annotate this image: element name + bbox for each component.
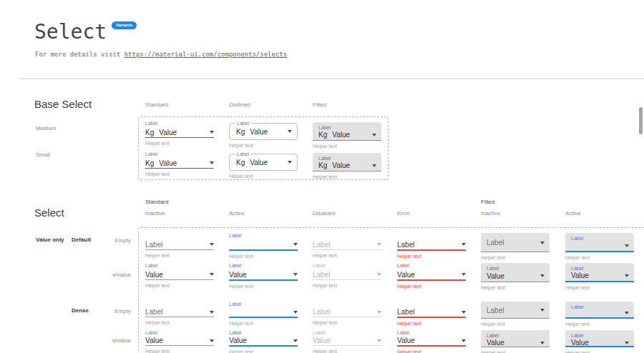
helper-text: Helper text <box>313 144 381 149</box>
dropdown-arrow-icon[interactable] <box>625 274 629 277</box>
helper-text: Helper text <box>313 174 381 179</box>
select-value: Value <box>250 128 268 136</box>
base-select-cell-base-filled-small: LabelKgValueHelper text <box>313 153 381 179</box>
dropdown-arrow-icon[interactable] <box>293 311 298 314</box>
select-field-standard-inactive-dense-wvalue[interactable]: Value <box>145 336 214 345</box>
select-underline <box>397 317 466 318</box>
dropdown-arrow-icon[interactable] <box>377 273 381 276</box>
dropdown-arrow-icon[interactable] <box>462 339 466 342</box>
base-select-cell-base-outlined-small: LabelKgValueHelper text <box>229 154 298 179</box>
select-field-standard-disabled-default-empty[interactable]: Label <box>313 239 381 249</box>
select-cell-filled-active-default-empty: LabelHelper text <box>565 233 634 260</box>
dropdown-arrow-icon[interactable] <box>625 312 629 314</box>
dropdown-arrow-icon[interactable] <box>293 273 298 276</box>
select-field-filled-inactive-dense-empty[interactable]: Label <box>481 302 550 319</box>
select-field-filled-inactive-dense-wvalue[interactable]: LabelValue <box>481 330 550 347</box>
helper-text: Helper text <box>313 253 381 258</box>
select-field-standard-active-dense-wvalue[interactable]: Value <box>229 336 298 345</box>
select-field-standard-error-dense-empty[interactable]: Label <box>397 307 466 317</box>
row-header-medium: Medium <box>36 125 56 131</box>
dropdown-arrow-icon[interactable] <box>625 244 629 247</box>
select-value: Value <box>487 339 504 347</box>
select-field-standard-disabled-dense-empty[interactable]: Label <box>313 307 381 317</box>
state-header-disabled: Disabled <box>313 210 335 217</box>
dropdown-arrow-icon[interactable] <box>210 339 214 342</box>
select-field-standard-active-default-wvalue[interactable]: Value <box>229 269 298 279</box>
select-field-standard-active-dense-empty[interactable] <box>229 307 298 317</box>
dropdown-arrow-icon[interactable] <box>462 243 466 246</box>
select-label: Label <box>487 265 545 272</box>
dropdown-arrow-icon[interactable] <box>377 311 381 314</box>
helper-text: Helper text <box>397 321 466 326</box>
select-underline <box>313 279 381 280</box>
select-field-standard-disabled-default-wvalue[interactable]: Label <box>313 269 381 279</box>
select-underline <box>145 168 214 169</box>
dropdown-arrow-icon[interactable] <box>625 342 629 344</box>
select-label: Label <box>397 329 466 336</box>
select-value: Label <box>397 241 414 249</box>
select-field-base-standard-small[interactable]: KgValue <box>145 158 214 168</box>
dropdown-arrow-icon[interactable] <box>210 243 214 246</box>
select-adornment: Kg <box>236 159 245 166</box>
dropdown-arrow-icon[interactable] <box>372 134 376 136</box>
select-field-standard-inactive-default-empty[interactable]: Label <box>145 239 214 249</box>
dropdown-arrow-icon[interactable] <box>210 131 214 134</box>
select-field-standard-inactive-default-wvalue[interactable]: Value <box>145 269 214 279</box>
select-field-filled-active-dense-empty[interactable]: Label <box>565 302 634 319</box>
dropdown-arrow-icon[interactable] <box>462 273 466 276</box>
dropdown-arrow-icon[interactable] <box>540 342 545 344</box>
select-field-standard-error-default-wvalue[interactable]: Value <box>397 269 466 279</box>
dropdown-arrow-icon[interactable] <box>372 164 376 167</box>
select-underline <box>145 345 214 346</box>
select-value: Value <box>397 337 415 344</box>
dropdown-arrow-icon[interactable] <box>293 243 298 246</box>
select-cell-standard-error-default-wvalue: LabelValueHelper text <box>397 262 466 289</box>
select-field-filled-inactive-default-wvalue[interactable]: LabelValue <box>481 263 550 282</box>
select-value: Value <box>145 337 163 344</box>
dropdown-arrow-icon[interactable] <box>210 311 214 314</box>
select-field-base-outlined-small[interactable]: LabelKgValue <box>229 154 298 171</box>
helper-text: Helper text <box>565 350 634 353</box>
select-field-standard-inactive-dense-empty[interactable]: Label <box>145 307 214 317</box>
select-label: Label <box>145 329 214 336</box>
helper-text: Helper text <box>145 349 214 353</box>
row-label-wvalue-default: wValue <box>112 272 131 278</box>
dropdown-arrow-icon[interactable] <box>288 161 292 164</box>
select-cell-filled-inactive-dense-wvalue: LabelValueHelper text <box>481 330 550 353</box>
select-field-standard-active-default-empty[interactable] <box>229 239 298 249</box>
select-field-filled-active-default-empty[interactable]: Label <box>565 233 634 252</box>
dropdown-arrow-icon[interactable] <box>293 339 298 342</box>
state-header-filled-active: Active <box>565 210 581 217</box>
dropdown-arrow-icon[interactable] <box>462 311 466 314</box>
select-cell-standard-active-dense-wvalue: LabelValueHelper text <box>229 329 298 353</box>
select-field-base-outlined-medium[interactable]: LabelKgValue <box>229 123 298 140</box>
select-field-base-standard-medium[interactable]: KgValue <box>145 127 214 137</box>
material-ui-link[interactable]: https://material-ui.com/components/selec… <box>125 51 288 58</box>
select-field-standard-disabled-dense-wvalue[interactable]: Value <box>313 336 381 345</box>
select-underline <box>397 345 466 347</box>
dropdown-arrow-icon[interactable] <box>540 309 545 312</box>
dropdown-arrow-icon[interactable] <box>210 273 214 276</box>
helper-text: Helper text <box>229 143 298 148</box>
select-field-filled-inactive-default-empty[interactable]: Label <box>481 233 550 252</box>
helper-text: Helper text <box>565 322 634 327</box>
select-field-base-filled-small[interactable]: LabelKgValue <box>313 153 381 171</box>
select-field-filled-active-dense-wvalue[interactable]: LabelValue <box>565 330 634 347</box>
dropdown-arrow-icon[interactable] <box>540 242 545 244</box>
dropdown-arrow-icon[interactable] <box>210 161 214 164</box>
select-underline <box>229 249 298 251</box>
dropdown-arrow-icon[interactable] <box>288 130 292 133</box>
select-field-standard-error-dense-wvalue[interactable]: Value <box>397 336 466 345</box>
select-cell-standard-inactive-dense-wvalue: LabelValueHelper text <box>145 329 214 353</box>
select-field-filled-active-default-wvalue[interactable]: LabelValue <box>565 263 634 282</box>
column-header-standard: Standard <box>145 101 168 108</box>
dropdown-arrow-icon[interactable] <box>377 243 381 246</box>
select-field-base-filled-medium[interactable]: LabelKgValue <box>313 122 381 141</box>
select-field-standard-error-default-empty[interactable]: Label <box>397 239 466 249</box>
dropdown-arrow-icon[interactable] <box>377 339 381 342</box>
scrollbar-thumb[interactable] <box>639 107 643 134</box>
select-value: Value <box>397 271 415 279</box>
dropdown-arrow-icon[interactable] <box>540 274 545 277</box>
row-label-empty-dense: Empty <box>114 308 131 314</box>
select-cell-filled-active-dense-empty: LabelHelper text <box>565 302 634 327</box>
